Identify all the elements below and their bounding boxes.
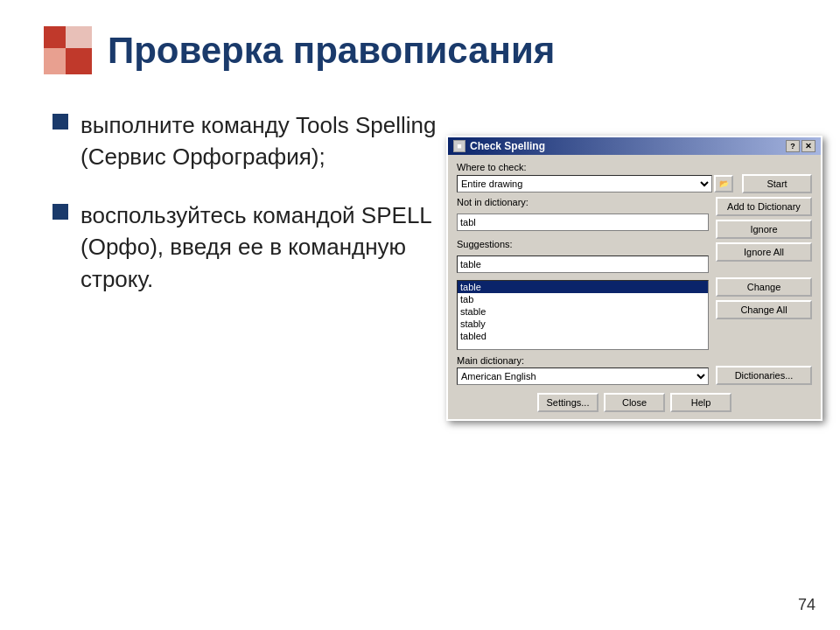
left-column: Not in dictionary: Suggestions: table ta… bbox=[457, 197, 709, 350]
dialog-body: Where to check: Entire drawing 📂 Start N… bbox=[448, 155, 821, 419]
main-dict-select[interactable]: American English bbox=[457, 368, 709, 385]
dialog-icon: ■ bbox=[453, 140, 466, 152]
bullet-text-2: воспользуйтесь командой SPELL (Орфо), вв… bbox=[80, 200, 457, 295]
change-all-button[interactable]: Change All bbox=[716, 300, 812, 319]
settings-button[interactable]: Settings... bbox=[537, 393, 598, 412]
not-in-dict-input[interactable] bbox=[457, 214, 709, 231]
slide-header: Проверка правописания bbox=[44, 26, 796, 74]
bottom-buttons-row: Settings... Close Help bbox=[457, 389, 812, 412]
ignore-all-button[interactable]: Ignore All bbox=[716, 242, 812, 262]
titlebar-left: ■ Check Spelling bbox=[453, 140, 545, 152]
start-button[interactable]: Start bbox=[742, 174, 812, 193]
ignore-button[interactable]: Ignore bbox=[716, 220, 812, 239]
change-button[interactable]: Change bbox=[716, 277, 812, 297]
help-titlebar-button[interactable]: ? bbox=[786, 140, 800, 152]
dict-section: Main dictionary: American English bbox=[457, 355, 709, 385]
where-browse-button[interactable]: 📂 bbox=[714, 175, 733, 192]
bullet-icon-2 bbox=[52, 204, 68, 220]
list-item-tabled[interactable]: tabled bbox=[458, 330, 708, 342]
bullet-text-1: выполните команду Tools Spelling (Сервис… bbox=[80, 109, 457, 173]
list-item-tab[interactable]: tab bbox=[458, 293, 708, 305]
right-column: Add to Dictionary Ignore Ignore All Chan… bbox=[716, 197, 812, 350]
where-to-check-label: Where to check: bbox=[457, 162, 812, 172]
main-dict-label: Main dictionary: bbox=[457, 355, 709, 366]
check-spelling-dialog: ■ Check Spelling ? ✕ Where to check: Ent… bbox=[446, 136, 822, 421]
dialog-titlebar: ■ Check Spelling ? ✕ bbox=[448, 137, 821, 155]
main-content-row: Not in dictionary: Suggestions: table ta… bbox=[457, 197, 812, 350]
close-button[interactable]: Close bbox=[604, 393, 665, 412]
not-in-dict-label: Not in dictionary: bbox=[457, 197, 709, 207]
bullet-icon-1 bbox=[52, 114, 68, 130]
page-number: 74 bbox=[798, 596, 816, 614]
suggestions-listbox[interactable]: table tab stable stably tabled bbox=[457, 280, 709, 350]
dictionaries-button[interactable]: Dictionaries... bbox=[716, 366, 812, 385]
where-to-check-select[interactable]: Entire drawing bbox=[457, 175, 712, 192]
slide-title: Проверка правописания bbox=[108, 30, 555, 72]
suggestions-input[interactable] bbox=[457, 256, 709, 273]
list-item-table[interactable]: table bbox=[458, 281, 708, 293]
help-button[interactable]: Help bbox=[670, 393, 732, 412]
close-titlebar-button[interactable]: ✕ bbox=[802, 140, 816, 152]
slide: Проверка правописания выполните команду … bbox=[0, 0, 840, 630]
dialog-title: Check Spelling bbox=[470, 140, 545, 152]
list-item-stable[interactable]: stable bbox=[458, 305, 708, 318]
logo bbox=[44, 26, 92, 74]
dict-row: Main dictionary: American English Dictio… bbox=[457, 355, 812, 385]
where-to-check-row: Entire drawing 📂 Start bbox=[457, 174, 812, 193]
titlebar-buttons[interactable]: ? ✕ bbox=[786, 140, 816, 152]
list-item-stably[interactable]: stably bbox=[458, 318, 708, 330]
add-to-dictionary-button[interactable]: Add to Dictionary bbox=[716, 197, 812, 216]
suggestions-label: Suggestions: bbox=[457, 239, 709, 249]
